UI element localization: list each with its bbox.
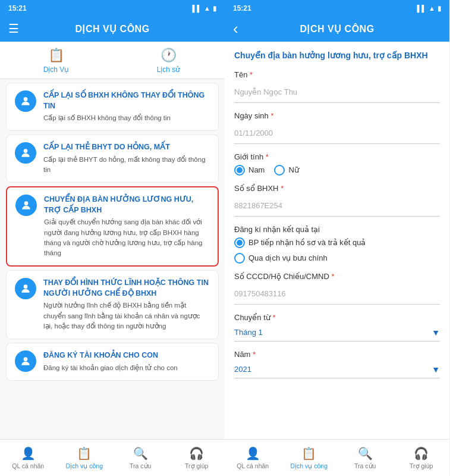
item-icon-bhxh: [15, 90, 36, 112]
tra-cuu-label-left: Tra cứu: [130, 462, 151, 469]
item-desc-thay-doi: Người hưởng lĩnh chế độ BHXH bằng tiền m…: [43, 300, 210, 331]
label-chuyen-tu: Chuyển từ *: [234, 313, 440, 322]
svg-point-4: [24, 357, 28, 361]
radio-stack-dang-ki: BP tiếp nhận hồ sơ và trả kết quả Qua dị…: [234, 237, 440, 264]
item-desc-dang-ky: Đăng ký tài khoản giao dịch điện tử cho …: [43, 363, 178, 373]
nav-ql-ca-nhan-right[interactable]: 👤 QL cá nhân: [225, 440, 281, 476]
nav-tra-cuu-right[interactable]: 🔍 Tra cứu: [337, 440, 394, 476]
nav-tro-giup-right[interactable]: 🎧 Trợ giúp: [394, 440, 450, 476]
ql-ca-nhan-icon-right: 👤: [246, 446, 260, 461]
bottom-nav-right: 👤 QL cá nhân 📋 Dịch vụ công 🔍 Tra cứu 🎧 …: [225, 439, 449, 476]
radio-bp-tiep-nhan[interactable]: BP tiếp nhận hồ sơ và trả kết quả: [234, 237, 440, 248]
form-group-gioi-tinh: Giới tính * Nam Nữ: [234, 152, 440, 176]
list-item-chuyen-dia-ban[interactable]: CHUYỂN ĐỊA BÀN HƯỞNG LƯƠNG HƯU, TRỢ CẤP …: [6, 186, 219, 267]
form-group-ten: Tên *: [234, 70, 440, 103]
form-content: Chuyển địa bàn hưởng lương hưu, trợ cấp …: [225, 42, 449, 439]
form-group-so-bhxh: Số sổ BHXH *: [234, 184, 440, 217]
item-title-dang-ky: ĐĂNG KÝ TÀI KHOẢN CHO CON: [43, 350, 178, 361]
header-title-right: DỊCH VỤ CÔNG: [300, 23, 374, 35]
tab-dich-vu[interactable]: 📋 Dịch Vụ: [0, 42, 112, 79]
item-title-bhxh: CẤP LẠI SỐ BHXH KHÔNG THAY ĐỔI THÔNG TIN: [43, 90, 210, 111]
label-cccd: Số CCCD/Hộ Chiếu/CMND *: [234, 272, 440, 281]
select-nam[interactable]: 2021 ▼: [234, 361, 440, 378]
select-nam-value: 2021: [234, 365, 251, 374]
label-gioi-tinh: Giới tính *: [234, 152, 440, 161]
list-item-cap-lai-the-bhyt[interactable]: CẤP LẠI THẺ BHYT DO HỎNG, MẤT Cấp lại th…: [6, 134, 219, 183]
status-bar-left: 15:21 ▌▌ ▲ ▮: [0, 0, 225, 15]
status-time-right: 15:21: [233, 4, 251, 12]
menu-icon[interactable]: ☰: [8, 21, 19, 36]
ql-ca-nhan-icon-left: 👤: [21, 446, 36, 461]
select-chuyen-tu[interactable]: Tháng 1 ▼: [234, 324, 440, 342]
radio-group-gioi-tinh: Nam Nữ: [234, 165, 440, 176]
item-title-thay-doi: THAY ĐỔI HÌNH THỨC LĨNH HOẶC THÔNG TIN N…: [43, 278, 210, 299]
radio-bp-label: BP tiếp nhận hồ sơ và trả kết quả: [248, 238, 366, 247]
radio-nu-label: Nữ: [288, 165, 298, 174]
input-ngay-sinh[interactable]: [234, 123, 440, 144]
nav-ql-ca-nhan-left[interactable]: 👤 QL cá nhân: [0, 440, 56, 476]
form-group-chuyen-tu: Chuyển từ * Tháng 1 ▼: [234, 313, 440, 342]
service-list: CẤP LẠI SỐ BHXH KHÔNG THAY ĐỔI THÔNG TIN…: [0, 79, 225, 439]
tro-giup-label-left: Trợ giúp: [185, 462, 208, 469]
input-so-bhxh[interactable]: [234, 195, 440, 217]
item-desc-bhyt: Cấp lại thẻ BHYT do hỏng, mất không thay…: [43, 155, 210, 176]
label-ngay-sinh: Ngày sinh *: [234, 111, 440, 120]
nav-dich-vu-cong-left[interactable]: 📋 Dịch vụ công: [56, 440, 113, 476]
signal-icon: ▌▌: [193, 5, 202, 12]
header-title-left: DỊCH VỤ CÔNG: [75, 23, 149, 35]
tabs: 📋 Dịch Vụ 🕐 Lịch sử: [0, 42, 225, 79]
item-icon-thay-doi: [15, 278, 36, 299]
battery-icon: ▮: [213, 5, 216, 12]
item-icon-chuyen: [15, 195, 37, 216]
item-text-chuyen: CHUYỂN ĐỊA BÀN HƯỞNG LƯƠNG HƯU, TRỢ CẤP …: [44, 195, 209, 258]
nav-tra-cuu-left[interactable]: 🔍 Tra cứu: [112, 440, 169, 476]
nav-tro-giup-left[interactable]: 🎧 Trợ giúp: [169, 440, 225, 476]
form-group-nam: Năm * 2021 ▼: [234, 350, 440, 378]
radio-circle-buu: [234, 253, 245, 264]
radio-circle-nam: [234, 165, 245, 176]
radio-circle-bp: [234, 237, 245, 248]
list-item-thay-doi[interactable]: THAY ĐỔI HÌNH THỨC LĨNH HOẶC THÔNG TIN N…: [6, 270, 219, 339]
item-icon-bhyt: [15, 142, 36, 164]
input-ten[interactable]: [234, 82, 440, 103]
radio-circle-nu: [274, 165, 285, 176]
back-icon[interactable]: ‹: [233, 20, 238, 38]
tab-dich-vu-label: Dịch Vụ: [43, 65, 70, 74]
bottom-nav-left: 👤 QL cá nhân 📋 Dịch vụ công 🔍 Tra cứu 🎧 …: [0, 439, 225, 476]
status-time-left: 15:21: [8, 4, 27, 12]
right-panel: 15:21 ▌▌ ▲ ▮ ‹ DỊCH VỤ CÔNG Chuyển địa b…: [225, 0, 449, 476]
tro-giup-icon-left: 🎧: [189, 446, 204, 461]
item-desc-chuyen: Giải quyết chuyển hướng sang địa bàn khá…: [44, 217, 209, 258]
list-item-dang-ky[interactable]: ĐĂNG KÝ TÀI KHOẢN CHO CON Đăng ký tài kh…: [6, 343, 219, 381]
form-group-dang-ki: Đăng kí nhận kết quả tại BP tiếp nhận hồ…: [234, 225, 440, 264]
input-cccd[interactable]: [234, 283, 440, 305]
radio-buu-chinh[interactable]: Qua dịch vụ bưu chính: [234, 253, 440, 264]
item-text-dang-ky: ĐĂNG KÝ TÀI KHOẢN CHO CON Đăng ký tài kh…: [43, 350, 178, 373]
tra-cuu-icon-left: 🔍: [133, 446, 148, 461]
list-item-cap-lai-so-bhxh[interactable]: CẤP LẠI SỐ BHXH KHÔNG THAY ĐỔI THÔNG TIN…: [6, 83, 219, 131]
tro-giup-icon-right: 🎧: [414, 446, 429, 461]
status-icons-right: ▌▌ ▲ ▮: [417, 5, 441, 12]
form-group-cccd: Số CCCD/Hộ Chiếu/CMND *: [234, 272, 440, 305]
header-left: ☰ DỊCH VỤ CÔNG: [0, 15, 225, 42]
item-text-bhyt: CẤP LẠI THẺ BHYT DO HỎNG, MẤT Cấp lại th…: [43, 142, 210, 175]
radio-nam[interactable]: Nam: [234, 165, 265, 176]
tab-lich-su[interactable]: 🕐 Lịch sử: [112, 42, 225, 79]
select-nam-arrow: ▼: [432, 365, 440, 374]
wifi-icon-right: ▲: [429, 5, 435, 12]
nav-dich-vu-cong-right[interactable]: 📋 Dịch vụ công: [281, 440, 338, 476]
select-chuyen-tu-arrow: ▼: [432, 328, 440, 337]
label-nam: Năm *: [234, 350, 440, 359]
label-dang-ki: Đăng kí nhận kết quả tại: [234, 225, 440, 234]
lich-su-tab-icon: 🕐: [161, 48, 177, 63]
left-panel: 15:21 ▌▌ ▲ ▮ ☰ DỊCH VỤ CÔNG 📋 Dịch Vụ 🕐 …: [0, 0, 225, 476]
wifi-icon: ▲: [204, 5, 210, 12]
tab-lich-su-label: Lịch sử: [157, 65, 181, 74]
label-so-bhxh: Số sổ BHXH *: [234, 184, 440, 193]
svg-point-2: [24, 202, 29, 206]
radio-nu[interactable]: Nữ: [274, 165, 298, 176]
item-title-chuyen: CHUYỂN ĐỊA BÀN HƯỞNG LƯƠNG HƯU, TRỢ CẤP …: [44, 195, 209, 215]
dich-vu-cong-icon-right: 📋: [301, 446, 316, 461]
ql-ca-nhan-label-left: QL cá nhân: [12, 462, 44, 469]
radio-buu-label: Qua dịch vụ bưu chính: [248, 253, 328, 262]
